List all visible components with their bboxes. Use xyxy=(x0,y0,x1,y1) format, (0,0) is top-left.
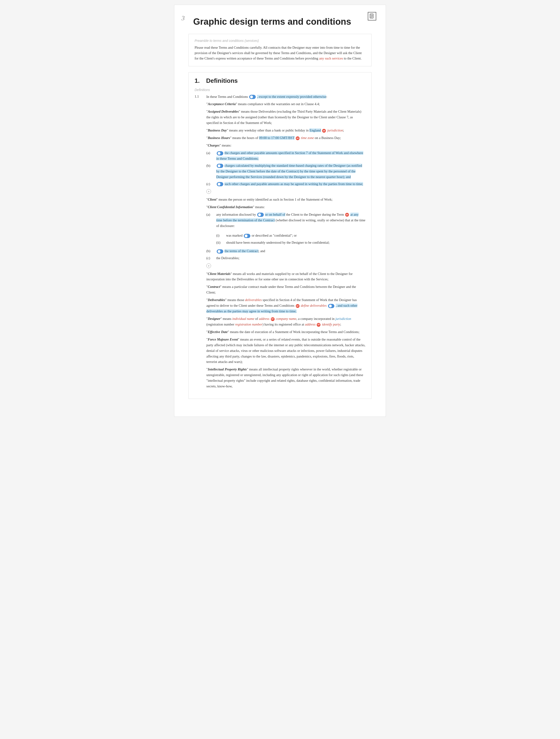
clause-1-1-num: 1.1 xyxy=(194,94,206,391)
def-effective-date: "Effective Date" means the date of execu… xyxy=(206,329,366,335)
add-cci-item[interactable]: + xyxy=(206,263,211,268)
def-force-majeure: "Force Majeure Event" means an event, or… xyxy=(206,337,366,365)
page-title: Graphic design terms and conditions xyxy=(188,14,372,27)
def-charges: "Charges" means: xyxy=(206,143,366,148)
cci-sub-list: (i) was marked · or described as "confid… xyxy=(216,233,366,246)
cci-sub-i: (i) was marked · or described as "confid… xyxy=(216,233,366,239)
preamble-label: Preamble to terms and conditions (servic… xyxy=(194,39,366,42)
section-1-title: Definitions xyxy=(206,77,238,84)
toggle-cci-i[interactable]: · xyxy=(244,234,250,238)
def-deliverables: "Deliverables" means those deliverables … xyxy=(206,297,366,314)
svg-rect-0 xyxy=(370,14,373,18)
document-icon[interactable] xyxy=(368,12,376,20)
cci-item-a: (a) any information disclosed by · or on… xyxy=(206,212,366,247)
toggle-charges-a[interactable]: · xyxy=(217,151,223,155)
doc-number: 3 xyxy=(181,14,185,22)
or-badge-5: or xyxy=(271,317,275,321)
cci-item-c: (c) the Deliverables; xyxy=(206,256,366,261)
or-badge-4: or xyxy=(296,304,299,308)
charges-item-a: (a) · the charges and other payable amou… xyxy=(206,150,366,162)
charges-item-c: (c) · such other charges and payable amo… xyxy=(206,181,366,187)
cci-list: (a) any information disclosed by · or on… xyxy=(206,212,366,261)
or-badge-2: or xyxy=(296,136,299,140)
def-ip-rights: "Intellectual Property Rights" means all… xyxy=(206,367,366,389)
def-client-materials: "Client Materials" means all works and m… xyxy=(206,271,366,283)
svg-rect-1 xyxy=(371,14,373,18)
clause-1-1: 1.1 In these Terms and Conditions · , ex… xyxy=(194,94,366,391)
def-business-day: "Business Day" means any weekday other t… xyxy=(206,128,366,133)
toggle-deliverables[interactable]: · xyxy=(328,304,334,308)
add-charges-item[interactable]: + xyxy=(206,189,211,194)
def-client: "Client" means the person or entity iden… xyxy=(206,197,366,202)
preamble-section: Preamble to terms and conditions (servic… xyxy=(188,34,372,66)
toggle-intro[interactable]: · xyxy=(249,95,256,99)
clause-1-1-content: In these Terms and Conditions · , except… xyxy=(206,94,366,391)
def-contract: "Contract" means a particular contract m… xyxy=(206,284,366,295)
definitions-intro: In these Terms and Conditions · , except… xyxy=(206,94,366,100)
charges-list: (a) · the charges and other payable amou… xyxy=(206,150,366,187)
preamble-text: Please read these Terms and Conditions c… xyxy=(194,45,366,61)
section-1-definitions: 1. Definitions Definitions 1.1 In these … xyxy=(188,72,372,399)
cci-item-b: (b) · the terms of the Contract; and xyxy=(206,248,366,254)
page-container: 3 Graphic design terms and conditions Pr… xyxy=(174,5,386,417)
def-assigned-deliverables: "Assigned Deliverables" means those Deli… xyxy=(206,109,366,126)
def-acceptance-criteria: "Acceptance Criteria" means compliance w… xyxy=(206,101,366,107)
toggle-charges-b[interactable]: · xyxy=(217,164,223,168)
charges-item-b: (b) · charges calculated by multiplying … xyxy=(206,163,366,180)
section-1-number: 1. xyxy=(194,77,200,85)
section-1-heading: 1. Definitions xyxy=(194,77,366,85)
def-cci: "Client Confidential Information" means: xyxy=(206,204,366,210)
or-badge-1: or xyxy=(322,129,326,133)
intro-highlighted: , except to the extent expressly provide… xyxy=(257,95,326,99)
toggle-charges-c[interactable]: · xyxy=(217,182,223,186)
or-badge-3: or xyxy=(345,213,349,216)
definitions-label: Definitions xyxy=(194,88,366,92)
cci-sub-ii: (ii) should have been reasonably underst… xyxy=(216,240,366,246)
def-designer: "Designer" means individual name of addr… xyxy=(206,316,366,327)
or-badge-6: or xyxy=(317,323,320,327)
toggle-cci-b[interactable]: · xyxy=(217,249,223,254)
toggle-cci-a[interactable]: · xyxy=(257,212,264,217)
def-business-hours: "Business Hours" means the hours of 09:0… xyxy=(206,135,366,141)
